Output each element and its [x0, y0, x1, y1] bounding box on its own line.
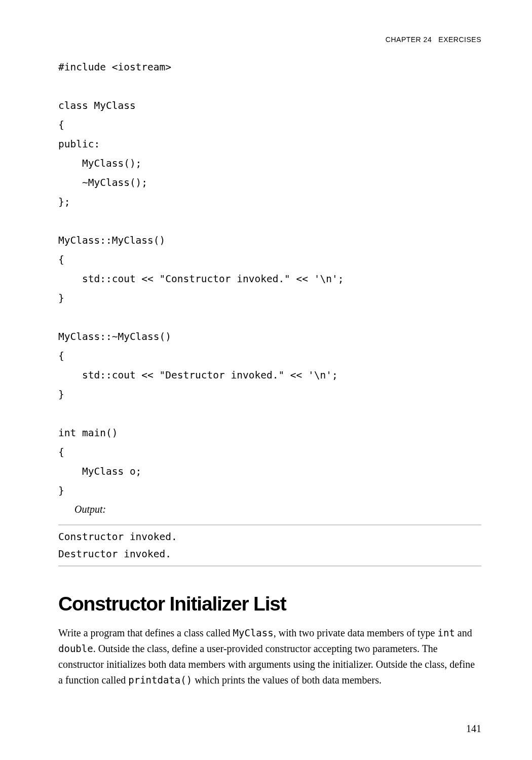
text-run: Write a program that defines a class cal… — [58, 627, 233, 638]
inline-code: printdata() — [128, 674, 192, 686]
chapter-label: CHAPTER 24 — [386, 35, 432, 44]
section-heading: Constructor Initializer List — [58, 593, 481, 615]
text-run: which prints the values of both data mem… — [192, 674, 382, 686]
page-number: 141 — [466, 723, 481, 735]
output-block: Constructor invoked. Destructor invoked. — [58, 524, 481, 566]
section-paragraph: Write a program that defines a class cal… — [58, 625, 481, 688]
text-run: , with two private data members of type — [274, 627, 438, 638]
inline-code: MyClass — [233, 627, 274, 638]
inline-code: double — [58, 643, 93, 654]
page-header: CHAPTER 24 EXERCISES — [58, 35, 481, 44]
code-block: #include <iostream> class MyClass { publ… — [58, 58, 481, 501]
text-run: and — [455, 627, 472, 638]
chapter-title: EXERCISES — [438, 35, 481, 44]
output-label: Output: — [58, 504, 481, 515]
inline-code: int — [438, 627, 455, 638]
